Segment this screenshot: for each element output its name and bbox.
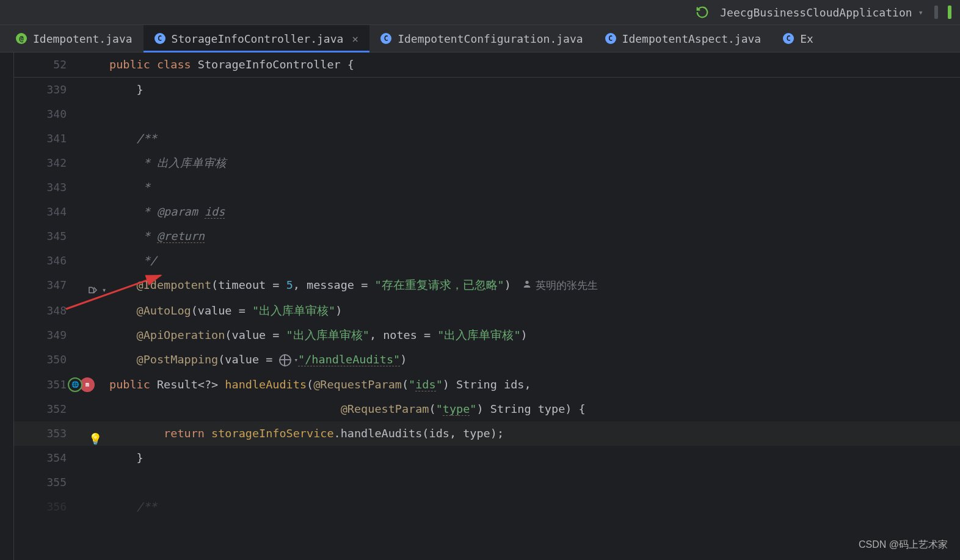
code-line[interactable]: return storageInfoService.handleAudits(i…: [109, 421, 960, 446]
code-row: 343 *: [14, 175, 960, 200]
url-globe-icon[interactable]: ▾: [279, 348, 298, 373]
line-number: 350: [14, 347, 67, 373]
code-line[interactable]: }: [109, 78, 960, 103]
line-number: 342: [14, 151, 67, 175]
gutter-cell: [67, 397, 109, 421]
editor-tabs: @Idempotent.javaCStorageInfoController.j…: [0, 25, 960, 53]
class-file-icon: C: [783, 33, 794, 44]
code-row: 356 /**: [14, 495, 960, 519]
code-row: 355: [14, 470, 960, 495]
line-number: 349: [14, 323, 67, 347]
gutter-cell: [67, 175, 109, 200]
line-number: 353: [14, 421, 67, 446]
code-row: 346 */: [14, 249, 960, 273]
gutter-cell: [67, 347, 109, 373]
editor-tab[interactable]: CIdempotentAspect.java: [594, 25, 773, 52]
line-number: 347: [14, 273, 67, 299]
code-line[interactable]: public class StorageInfoController {: [109, 53, 960, 78]
class-file-icon: C: [380, 33, 391, 44]
reload-icon[interactable]: [696, 5, 709, 19]
editor-area: 52public class StorageInfoController {33…: [0, 53, 960, 560]
code-line[interactable]: */: [109, 249, 960, 273]
gutter-cell: [67, 446, 109, 470]
main-toolbar: JeecgBusinessCloudApplication ▾: [0, 0, 960, 25]
code-line[interactable]: public Result<?> handleAudits(@RequestPa…: [109, 373, 960, 397]
code-line[interactable]: * 出入库单审核: [109, 151, 960, 175]
code-row: 347 @Idempotent(timeout = 5, message = "…: [14, 273, 960, 299]
request-mapping-gutter-icon[interactable]: 🌐m: [68, 377, 95, 392]
gutter-cell: [67, 495, 109, 519]
watermark-text: CSDN @码上艺术家: [859, 539, 948, 551]
code-row: 349 @ApiOperation(value = "出入库单审核", note…: [14, 323, 960, 347]
code-line[interactable]: /**: [109, 126, 960, 151]
code-row: 339 }: [14, 78, 960, 103]
code-line[interactable]: @Idempotent(timeout = 5, message = "存在重复…: [109, 273, 960, 299]
project-tool-strip[interactable]: [0, 53, 14, 560]
code-row: 342 * 出入库单审核: [14, 151, 960, 175]
class-file-icon: C: [605, 33, 616, 44]
tab-label: Idempotent.java: [33, 32, 133, 45]
code-line[interactable]: @ApiOperation(value = "出入库单审核", notes = …: [109, 323, 960, 347]
line-number: 352: [14, 397, 67, 421]
ide-root: JeecgBusinessCloudApplication ▾ @Idempot…: [0, 0, 960, 560]
gutter-cell: [67, 273, 109, 299]
code-row: 340: [14, 102, 960, 126]
line-number: 343: [14, 175, 67, 200]
gutter-cell: 🌐m: [67, 373, 109, 397]
line-number: 346: [14, 249, 67, 273]
editor-tab[interactable]: CStorageInfoController.java×: [144, 25, 370, 52]
code-row: 354 }: [14, 446, 960, 470]
code-line[interactable]: @RequestParam("type") String type) {: [109, 397, 960, 421]
editor-tab[interactable]: @Idempotent.java: [5, 25, 144, 52]
code-row: 348 @AutoLog(value = "出入库单审核"): [14, 299, 960, 323]
author-inlay-text[interactable]: 英明的张先生: [536, 279, 598, 291]
run-config-dropdown[interactable]: JeecgBusinessCloudApplication ▾: [720, 6, 923, 19]
tab-label: StorageInfoController.java: [172, 32, 344, 45]
run-icon[interactable]: [934, 5, 938, 19]
line-number: 348: [14, 299, 67, 323]
debug-icon[interactable]: [948, 5, 951, 19]
code-row: 351🌐mpublic Result<?> handleAudits(@Requ…: [14, 373, 960, 397]
annotation-file-icon: @: [16, 33, 27, 44]
line-number: 356: [14, 495, 67, 519]
code-table: 52public class StorageInfoController {33…: [14, 53, 960, 519]
code-row: 350 @PostMapping(value = ▾"/handleAudits…: [14, 347, 960, 373]
gutter-cell: [67, 249, 109, 273]
gutter-cell: [67, 151, 109, 175]
code-row: 353💡 return storageInfoService.handleAud…: [14, 421, 960, 446]
author-inlay-icon[interactable]: [522, 273, 532, 297]
code-row: 344 * @param ids: [14, 200, 960, 224]
code-line[interactable]: *: [109, 175, 960, 200]
line-number: 355: [14, 470, 67, 495]
gutter-cell: [67, 470, 109, 495]
line-number: 345: [14, 224, 67, 249]
gutter-cell: [67, 78, 109, 103]
tab-label: IdempotentAspect.java: [622, 32, 762, 45]
code-line[interactable]: [109, 102, 960, 126]
editor-tab[interactable]: CEx: [772, 25, 824, 52]
line-number: 354: [14, 446, 67, 470]
code-line[interactable]: @PostMapping(value = ▾"/handleAudits"): [109, 347, 960, 373]
gutter-cell: [67, 126, 109, 151]
code-line[interactable]: }: [109, 446, 960, 470]
code-editor[interactable]: 52public class StorageInfoController {33…: [14, 53, 960, 560]
class-file-icon: C: [155, 33, 165, 44]
run-buttons: [934, 5, 951, 19]
code-row: 341 /**: [14, 126, 960, 151]
code-line[interactable]: /**: [109, 495, 960, 519]
code-line[interactable]: * @return: [109, 224, 960, 249]
code-row: 345 * @return: [14, 224, 960, 249]
svg-point-1: [525, 281, 528, 284]
code-line[interactable]: @AutoLog(value = "出入库单审核"): [109, 299, 960, 323]
gutter-cell: [67, 299, 109, 323]
gutter-cell: [67, 323, 109, 347]
close-icon[interactable]: ×: [352, 32, 358, 45]
line-number: 340: [14, 102, 67, 126]
sticky-context-line: 52public class StorageInfoController {: [14, 53, 960, 78]
code-line[interactable]: [109, 470, 960, 495]
code-line[interactable]: * @param ids: [109, 200, 960, 224]
run-config-label: JeecgBusinessCloudApplication: [720, 6, 912, 19]
chevron-down-icon: ▾: [918, 7, 923, 17]
editor-tab[interactable]: CIdempotentConfiguration.java: [369, 25, 594, 52]
tab-label: IdempotentConfiguration.java: [398, 32, 583, 45]
